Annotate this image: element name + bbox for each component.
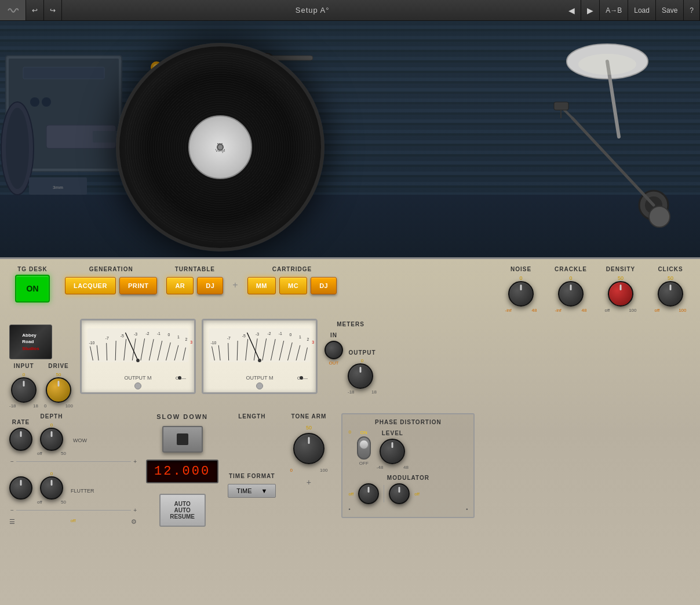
dj-turntable-button[interactable]: DJ [197, 277, 223, 294]
svg-point-83 [258, 359, 261, 362]
modulation-settings-icon[interactable]: ⚙ [131, 518, 137, 526]
meters-label: METERS [337, 321, 364, 327]
prev-preset-button[interactable]: ◀ [563, 0, 581, 20]
ar-button[interactable]: AR [166, 277, 194, 294]
tg-desk-section: TG DESK ON [9, 266, 56, 302]
vu-right-cl-dot [300, 376, 303, 380]
save-button[interactable]: Save [656, 0, 684, 20]
next-preset-button[interactable]: ▶ [581, 0, 600, 20]
wow-indicators: − + [9, 458, 137, 465]
svg-text:-3: -3 [134, 332, 137, 336]
input-min: -18 [9, 403, 16, 409]
top-bar: ↩ ↪ Setup A° ◀ ▶ A→B Load Save ? [0, 0, 700, 21]
stop-button-icon [177, 433, 188, 445]
clicks-knob[interactable] [658, 281, 683, 307]
flutter-rate-knob[interactable] [9, 476, 32, 500]
svg-text:-1: -1 [279, 331, 282, 336]
undo-button[interactable]: ↩ [26, 0, 44, 20]
print-button[interactable]: PRINT [119, 277, 158, 294]
flutter-depth-knob[interactable] [40, 476, 63, 500]
mm-button[interactable]: MM [247, 277, 276, 294]
phase-dist-toggle: ON OFF [357, 430, 371, 466]
crackle-label: CRACKLE [555, 266, 587, 272]
svg-text:-10: -10 [89, 341, 95, 345]
svg-text:-7: -7 [227, 336, 231, 340]
auto-resume-button[interactable]: AUTO AUTO RESUME [159, 494, 206, 527]
help-button[interactable]: ? [684, 0, 700, 20]
lacquer-button[interactable]: LACQUER [65, 277, 116, 294]
abbey-road-logo: Abbey Road Studios [9, 325, 52, 359]
svg-text:-1: -1 [157, 331, 161, 336]
time-format-select[interactable]: TIME ▼ [228, 484, 276, 498]
generation-buttons: LACQUER PRINT [65, 277, 157, 294]
tone-arm-plus[interactable]: + [307, 478, 311, 487]
tone-arm-knob[interactable] [293, 433, 325, 464]
noise-knob[interactable] [508, 281, 534, 307]
crackle-max: 48 [582, 308, 587, 313]
turntable-label: TURNTABLE [175, 266, 215, 272]
svg-point-3 [6, 108, 29, 189]
svg-point-12 [42, 97, 51, 107]
plus-indicator[interactable]: + [232, 280, 238, 290]
phase-dist-toggle-body[interactable] [357, 436, 371, 460]
rate-knob[interactable] [9, 428, 32, 451]
depth-value: 0 [50, 422, 53, 428]
load-button[interactable]: Load [628, 0, 656, 20]
phase-dist-on-label: ON [360, 430, 367, 435]
slow-down-label: SLOW DOWN [156, 413, 208, 420]
flutter-minus: − [10, 507, 14, 513]
modulator-knob-right[interactable] [389, 483, 410, 504]
output-knob[interactable] [348, 363, 373, 389]
modulation-menu-icon[interactable]: ☰ [9, 518, 15, 526]
time-format-label: TIME FORMAT [229, 473, 275, 479]
time-format-arrow: ▼ [261, 487, 268, 494]
phase-distortion-section: PHASE DISTORTION 0 ON OFF LEVEL [341, 413, 475, 518]
redo-button[interactable]: ↪ [44, 0, 62, 20]
time-format-value: TIME [236, 487, 251, 494]
svg-text:0: 0 [289, 333, 291, 337]
turntable-buttons: AR DJ [166, 277, 223, 294]
depth-section: DEPTH 0 off 50 [37, 413, 66, 456]
depth-knob[interactable] [40, 428, 63, 451]
density-knob[interactable] [608, 281, 633, 307]
svg-point-27 [649, 206, 670, 227]
noise-min: -inf [505, 308, 512, 313]
on-button[interactable]: ON [15, 275, 50, 302]
length-section: LENGTH TIME FORMAT TIME ▼ [228, 413, 276, 498]
tone-arm-label: TONE ARM [291, 413, 327, 420]
meters-in-knob[interactable] [325, 341, 343, 359]
density-section: DENSITY 50 off 100 [600, 266, 641, 313]
cartridge-buttons: MM MC DJ [247, 277, 337, 294]
desk-lamp [526, 21, 654, 148]
dj-cartridge-button[interactable]: DJ [311, 277, 337, 294]
modulator-knob-left[interactable] [358, 483, 379, 504]
drive-value: 50 [56, 372, 61, 377]
svg-point-58 [136, 359, 140, 362]
stop-button[interactable] [162, 426, 203, 453]
control-panel: TG DESK ON GENERATION LACQUER PRINT TURN… [0, 257, 700, 605]
flutter-indicators: − + [9, 507, 137, 513]
drive-min: 0 [44, 403, 46, 409]
phase-dist-level-label: LEVEL [382, 430, 403, 436]
drive-knob[interactable] [46, 377, 71, 403]
generation-section: GENERATION LACQUER PRINT [65, 266, 157, 294]
crackle-value: 0 [569, 275, 572, 281]
vu-left-zero-screw[interactable] [134, 382, 141, 389]
vu-meter-right: -10 -7 -5 -3 -2 -1 0 1 2 3 OUTPUT M CL— [202, 319, 318, 394]
input-knob[interactable] [11, 377, 37, 403]
auto-resume-line1: AUTO [167, 501, 198, 507]
waves-logo-button[interactable] [0, 0, 26, 20]
cartridge-label: CARTRIDGE [272, 266, 312, 272]
vu-right-zero-screw[interactable] [256, 382, 263, 389]
rate-row: RATE DEPTH 0 off 50 WOW [9, 413, 137, 456]
abbey-road-line1: Abbey [22, 333, 36, 338]
ab-button[interactable]: A→B [600, 0, 628, 20]
cartridge-section: CARTRIDGE MM MC DJ [247, 266, 337, 294]
modulator-controls: off off [348, 483, 468, 504]
phase-dist-level-knob[interactable] [380, 439, 405, 464]
crackle-knob[interactable] [558, 281, 584, 307]
flutter-depth-section: 0 off 50 [37, 471, 66, 505]
noise-section: NOISE 0 -inf 48 [501, 266, 541, 313]
flutter-row: 0 off 50 FLUTTER [9, 471, 137, 505]
mc-button[interactable]: MC [279, 277, 307, 294]
